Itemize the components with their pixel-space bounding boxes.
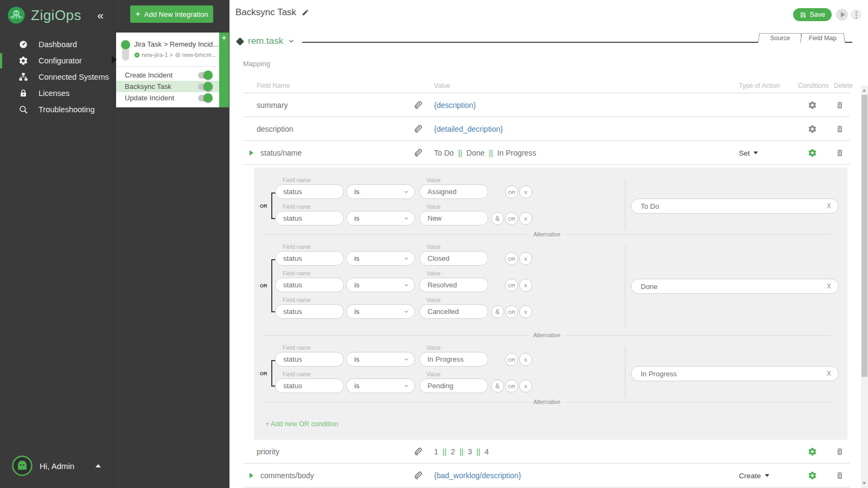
condition-field-input[interactable] (275, 352, 344, 367)
or-button[interactable]: OR (505, 212, 518, 225)
operator-select[interactable]: is (346, 278, 415, 292)
scrollbar-thumb[interactable] (861, 95, 867, 377)
conditions-gear-icon[interactable] (808, 148, 817, 157)
type-of-action-dropdown[interactable]: Set (739, 149, 758, 157)
toggle-create-incident[interactable] (198, 72, 212, 79)
integration-toggle[interactable] (122, 41, 129, 61)
or-button[interactable]: OR (505, 279, 518, 292)
kebab-icon (856, 14, 857, 16)
paperclip-icon[interactable] (413, 148, 423, 157)
condition-field-input[interactable] (275, 211, 344, 226)
conditions-gear-icon[interactable] (808, 471, 817, 480)
conditions-gear-icon[interactable] (808, 100, 817, 110)
delete-trash-icon[interactable] (835, 149, 844, 157)
condition-field-input[interactable] (275, 251, 344, 266)
mapped-value-link[interactable]: {description} (434, 101, 476, 110)
entity-selector[interactable]: rem.task (237, 34, 295, 48)
operator-select[interactable]: is (346, 352, 415, 367)
remove-rule-button[interactable]: X (519, 185, 532, 198)
expand-arrow-icon[interactable] (250, 150, 253, 156)
integration-title: Jira Task > Remedy Incid... (134, 40, 219, 48)
condition-value-input[interactable] (419, 184, 488, 199)
integration-card[interactable]: Jira Task > Remedy Incid... new-jira-1 >… (116, 33, 229, 107)
condition-field-input[interactable] (275, 278, 344, 292)
remove-rule-button[interactable]: X (519, 353, 532, 366)
or-button[interactable]: OR (505, 252, 518, 265)
edit-pencil-icon[interactable] (302, 9, 309, 16)
mapped-value-link[interactable]: {detailed_decription} (434, 125, 503, 133)
result-value-pill[interactable]: In Progress X (631, 366, 839, 381)
chevron-up-icon[interactable] (95, 464, 101, 467)
condition-value-input[interactable] (419, 378, 488, 393)
collapse-sidebar-icon[interactable]: « (97, 9, 108, 22)
save-button[interactable]: Save (793, 8, 832, 21)
remove-rule-button[interactable]: X (519, 305, 532, 318)
action-item-create-incident[interactable]: Create Incident (116, 69, 229, 81)
expand-arrow-icon[interactable] (250, 473, 253, 478)
scroll-up-icon[interactable] (863, 89, 866, 92)
conditions-gear-icon[interactable] (808, 447, 817, 456)
kebab-menu-button[interactable] (851, 9, 861, 20)
sidebar-item-licenses[interactable]: Licenses (0, 85, 113, 101)
paperclip-icon[interactable] (413, 124, 423, 133)
tab-source[interactable]: Source (758, 33, 802, 43)
chevron-down-icon[interactable] (288, 38, 295, 44)
remove-rule-button[interactable]: X (519, 380, 532, 393)
toggle-backsync-task[interactable] (198, 84, 212, 90)
tab-field-map[interactable]: Field Map (800, 33, 845, 43)
delete-trash-icon[interactable] (835, 125, 844, 133)
mapped-value-link[interactable]: {bad_worklog/description} (434, 471, 521, 480)
operator-select[interactable]: is (346, 378, 415, 393)
result-value-pill[interactable]: To Do X (631, 198, 839, 214)
action-item-update-incident[interactable]: Update Incident (116, 92, 229, 104)
and-button[interactable]: & (491, 212, 504, 225)
sidebar-item-troubleshooting[interactable]: Troubleshooting (0, 101, 113, 118)
and-button[interactable]: & (491, 380, 504, 393)
paperclip-icon[interactable] (413, 471, 423, 480)
remove-rule-button[interactable]: X (519, 212, 532, 225)
or-button[interactable]: OR (505, 185, 518, 198)
remove-result-button[interactable]: X (827, 202, 831, 210)
condition-field-input[interactable] (275, 184, 344, 199)
operator-select[interactable]: is (346, 251, 415, 266)
paperclip-icon[interactable] (413, 100, 423, 110)
condition-value-input[interactable] (419, 251, 488, 266)
add-new-integration-button[interactable]: + Add New Integration (130, 5, 213, 23)
or-button[interactable]: OR (505, 353, 518, 366)
paperclip-icon[interactable] (413, 447, 423, 456)
conditions-gear-icon[interactable] (808, 124, 817, 133)
panel-collapse-arrow-icon[interactable] (112, 56, 117, 63)
or-button[interactable]: OR (505, 305, 518, 318)
toggle-update-incident[interactable] (198, 95, 212, 101)
operator-select[interactable]: is (346, 184, 415, 199)
operator-select[interactable]: is (346, 304, 415, 319)
card-add-strip[interactable]: + (219, 33, 229, 107)
sidebar-item-configurator[interactable]: Configurator (0, 53, 113, 69)
condition-value-input[interactable] (419, 352, 488, 367)
scroll-down-icon[interactable] (863, 482, 866, 485)
remove-result-button[interactable]: X (827, 370, 831, 377)
and-button[interactable]: & (491, 305, 504, 318)
result-value-pill[interactable]: Done X (631, 279, 839, 294)
operator-select[interactable]: is (346, 211, 415, 226)
condition-value-input[interactable] (419, 304, 488, 319)
condition-field-input[interactable] (275, 304, 344, 319)
sidebar-item-connected-systems[interactable]: Connected Systems (0, 69, 113, 85)
condition-value-input[interactable] (419, 211, 488, 226)
condition-field-input[interactable] (275, 378, 344, 393)
condition-value-input[interactable] (419, 278, 488, 292)
remove-rule-button[interactable]: X (519, 252, 532, 265)
add-or-condition-link[interactable]: + Add new OR condition (265, 420, 338, 428)
delete-trash-icon[interactable] (835, 101, 844, 110)
delete-trash-icon[interactable] (835, 471, 844, 480)
sidebar-item-dashboard[interactable]: Dashboard (0, 36, 113, 53)
vertical-scrollbar[interactable] (861, 86, 868, 488)
action-item-backsync-task[interactable]: Backsync Task (116, 81, 229, 92)
run-button[interactable] (836, 9, 848, 21)
or-button[interactable]: OR (505, 380, 518, 393)
type-of-action-dropdown[interactable]: Create (739, 471, 769, 479)
remove-rule-button[interactable]: X (519, 279, 532, 292)
remove-result-button[interactable]: X (827, 282, 831, 290)
user-menu[interactable]: Hi, Admin (12, 455, 101, 476)
delete-trash-icon[interactable] (835, 447, 844, 456)
